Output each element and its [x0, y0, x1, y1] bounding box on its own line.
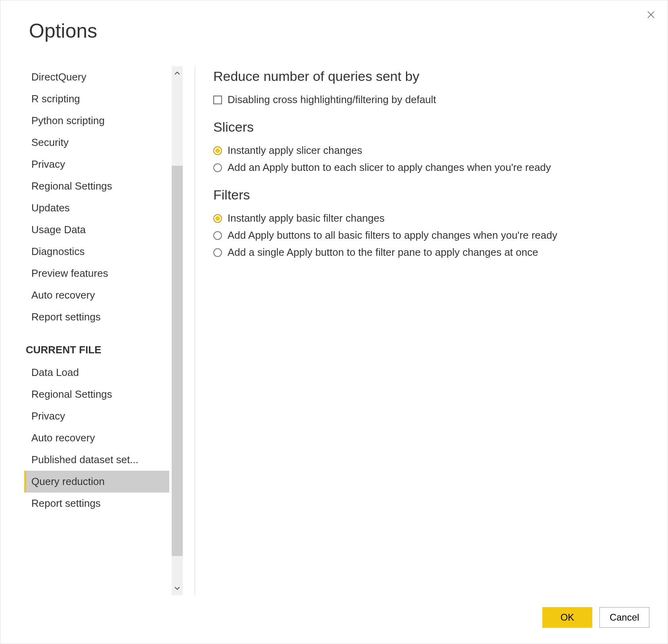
content-panel: Reduce number of queries sent by Disabli…: [213, 66, 644, 595]
sidebar: DirectQuery R scripting Python scripting…: [24, 66, 183, 595]
chevron-up-icon: [173, 69, 181, 77]
radio-icon: [213, 163, 222, 172]
nav-item-published-dataset[interactable]: Published dataset set...: [24, 449, 169, 471]
radio-icon: [213, 248, 222, 257]
nav-item-preview-features[interactable]: Preview features: [24, 263, 169, 284]
radio-icon: [213, 231, 222, 240]
nav-item-python-scripting[interactable]: Python scripting: [24, 110, 169, 132]
reduce-heading: Reduce number of queries sent by: [213, 69, 644, 84]
scroll-up-button[interactable]: [172, 66, 183, 80]
dialog-body: DirectQuery R scripting Python scripting…: [0, 54, 668, 595]
slicer-option-apply-button[interactable]: Add an Apply button to each slicer to ap…: [213, 159, 644, 176]
dialog-footer: OK Cancel: [0, 595, 668, 644]
filter-option-instant[interactable]: Instantly apply basic filter changes: [213, 210, 644, 227]
options-dialog: Options DirectQuery R scripting Python s…: [0, 0, 668, 644]
scroll-track[interactable]: [172, 80, 183, 581]
nav-item-data-load[interactable]: Data Load: [24, 362, 169, 383]
nav-item-directquery[interactable]: DirectQuery: [24, 66, 169, 88]
checkbox-icon: [213, 96, 222, 104]
nav-item-privacy-file[interactable]: Privacy: [24, 405, 169, 427]
nav-item-security[interactable]: Security: [24, 132, 169, 153]
nav-item-updates[interactable]: Updates: [24, 197, 169, 219]
slicers-heading: Slicers: [213, 119, 644, 135]
filter-option-apply-each[interactable]: Add Apply buttons to all basic filters t…: [213, 227, 644, 244]
radio-label: Instantly apply slicer changes: [228, 144, 362, 157]
nav-item-query-reduction[interactable]: Query reduction: [24, 471, 169, 493]
vertical-divider: [195, 66, 195, 595]
filters-heading: Filters: [213, 187, 644, 203]
cancel-button[interactable]: Cancel: [599, 607, 649, 628]
radio-label: Instantly apply basic filter changes: [228, 212, 385, 224]
chevron-down-icon: [173, 584, 181, 592]
nav-list: DirectQuery R scripting Python scripting…: [24, 66, 172, 595]
radio-label: Add Apply buttons to all basic filters t…: [228, 229, 557, 242]
ok-button[interactable]: OK: [542, 607, 592, 628]
radio-icon: [213, 214, 222, 223]
nav-section-heading: CURRENT FILE: [24, 328, 169, 362]
radio-label: Add a single Apply button to the filter …: [228, 246, 538, 259]
sidebar-scrollbar[interactable]: [172, 66, 183, 595]
close-button[interactable]: [644, 8, 658, 22]
filter-option-apply-single[interactable]: Add a single Apply button to the filter …: [213, 244, 644, 261]
nav-item-auto-recovery-file[interactable]: Auto recovery: [24, 427, 169, 449]
slicer-option-instant[interactable]: Instantly apply slicer changes: [213, 142, 644, 159]
disable-cross-highlighting-checkbox[interactable]: Disabling cross highlighting/filtering b…: [213, 91, 644, 108]
radio-icon: [213, 146, 222, 155]
radio-label: Add an Apply button to each slicer to ap…: [228, 161, 551, 174]
nav-item-regional-settings-file[interactable]: Regional Settings: [24, 383, 169, 405]
dialog-title: Options: [0, 0, 668, 54]
nav-item-privacy[interactable]: Privacy: [24, 153, 169, 175]
close-icon: [646, 10, 656, 19]
nav-item-regional-settings[interactable]: Regional Settings: [24, 175, 169, 197]
scroll-down-button[interactable]: [172, 581, 183, 595]
scroll-thumb[interactable]: [172, 166, 183, 556]
checkbox-label: Disabling cross highlighting/filtering b…: [228, 94, 436, 106]
nav-item-diagnostics[interactable]: Diagnostics: [24, 241, 169, 263]
nav-item-auto-recovery[interactable]: Auto recovery: [24, 284, 169, 306]
nav-item-report-settings[interactable]: Report settings: [24, 306, 169, 328]
nav-item-r-scripting[interactable]: R scripting: [24, 88, 169, 110]
nav-item-usage-data[interactable]: Usage Data: [24, 219, 169, 241]
nav-item-report-settings-file[interactable]: Report settings: [24, 493, 169, 514]
